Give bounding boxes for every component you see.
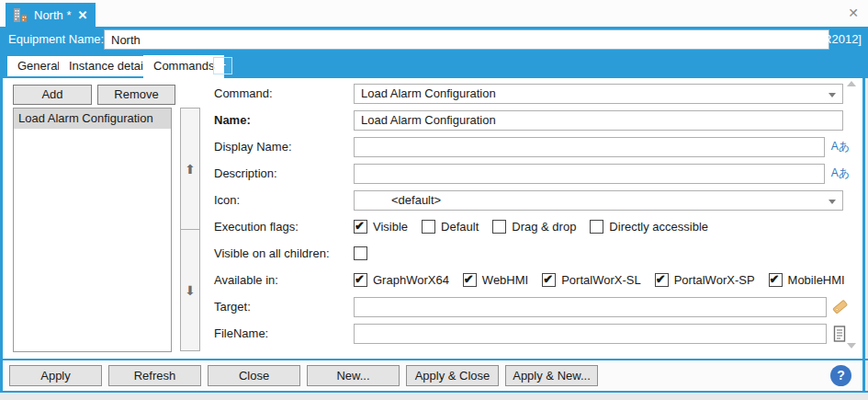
filename-label: FileName:: [214, 326, 354, 340]
check-icon: ✔: [543, 272, 553, 287]
command-form: Command: Load Alarm Configuration Name: …: [214, 80, 850, 347]
equipment-name-label: Equipment Name:: [8, 32, 104, 46]
portalworx-sp-checkbox[interactable]: ✔: [655, 273, 669, 287]
close-button[interactable]: Close: [208, 365, 300, 386]
move-down-button[interactable]: ⬇: [180, 229, 200, 351]
window-border-right: [862, 27, 865, 393]
window-close-icon[interactable]: ✕: [846, 6, 861, 20]
filename-row: FileName:: [214, 320, 850, 347]
directly-accessible-checkbox[interactable]: ✔: [590, 220, 603, 234]
command-combobox[interactable]: Load Alarm Configuration: [354, 84, 843, 104]
execution-flags-row: Execution flags: ✔ Visible ✔ Default ✔ D…: [214, 213, 850, 240]
visible-checkbox-label: Visible: [373, 220, 408, 234]
apply-new-button[interactable]: Apply & New...: [505, 365, 598, 386]
document-tab-bar: North * ✕ ✕: [0, 0, 868, 27]
visible-checkbox[interactable]: ✔: [354, 220, 367, 234]
description-label: Description:: [214, 166, 354, 180]
visible-on-all-children-label: Visible on all children:: [214, 246, 354, 260]
icon-combobox[interactable]: <default>: [354, 190, 843, 211]
webhmi-checkbox[interactable]: ✔: [463, 273, 477, 287]
display-name-row: Display Name: Aあ: [214, 133, 850, 160]
remove-button[interactable]: Remove: [97, 85, 175, 105]
check-icon: ✔: [355, 219, 365, 234]
check-icon: ✔: [464, 272, 474, 287]
localize-icon[interactable]: Aあ: [831, 166, 850, 181]
equipment-config-window: North * ✕ ✕ Equipment Name: [TECHW-SVR20…: [0, 0, 868, 400]
target-label: Target:: [214, 300, 354, 314]
down-arrow-icon: ⬇: [185, 283, 196, 298]
form-scroll-down-icon[interactable]: [847, 343, 856, 349]
move-up-button[interactable]: ⬆: [180, 108, 200, 230]
up-arrow-icon: ⬆: [185, 162, 196, 177]
name-label: Name:: [214, 113, 354, 127]
command-row: Command: Load Alarm Configuration: [214, 80, 850, 107]
portalworx-sl-checkbox[interactable]: ✔: [542, 273, 556, 287]
localize-icon[interactable]: Aあ: [831, 139, 850, 154]
directly-accessible-checkbox-label: Directly accessible: [609, 220, 708, 234]
footer-bar: Apply Refresh Close New... Apply & Close…: [3, 360, 862, 391]
tag-icon[interactable]: [832, 299, 848, 314]
window-border-bottom: [0, 391, 868, 393]
form-scroll-up-icon[interactable]: [847, 81, 856, 86]
execution-flags-label: Execution flags:: [214, 220, 354, 234]
drag-drop-checkbox[interactable]: ✔: [492, 220, 506, 234]
icon-value: <default>: [391, 193, 441, 207]
doc-tab-north[interactable]: North * ✕: [6, 3, 96, 27]
graphworx64-checkbox-label: GraphWorX64: [373, 273, 449, 287]
filename-input[interactable]: [354, 324, 827, 344]
tab-add[interactable]: +: [213, 57, 232, 74]
name-input[interactable]: [354, 110, 843, 131]
default-checkbox-label: Default: [441, 220, 479, 234]
new-button[interactable]: New...: [307, 365, 400, 386]
mobilehmi-checkbox-label: MobileHMI: [788, 273, 845, 287]
mobilehmi-checkbox[interactable]: ✔: [769, 273, 783, 287]
webhmi-checkbox-label: WebHMI: [482, 273, 528, 287]
icon-label: Icon:: [214, 193, 354, 207]
equipment-name-row: Equipment Name: [TECHW-SVR2012]: [0, 27, 868, 52]
command-label: Command:: [214, 86, 354, 100]
command-value: Load Alarm Configuration: [361, 86, 496, 100]
display-name-input[interactable]: [354, 137, 825, 157]
file-icon[interactable]: [832, 326, 847, 342]
refresh-button[interactable]: Refresh: [108, 365, 201, 386]
portalworx-sl-checkbox-label: PortalWorX-SL: [561, 273, 640, 287]
chevron-down-icon: [829, 93, 836, 97]
help-button[interactable]: ?: [830, 365, 851, 386]
check-icon: ✔: [656, 272, 666, 287]
doc-tab-title: North *: [34, 8, 71, 22]
icon-row: Icon: <default>: [214, 187, 850, 213]
display-name-label: Display Name:: [214, 140, 354, 154]
name-row: Name:: [214, 107, 850, 133]
apply-close-button[interactable]: Apply & Close: [406, 365, 499, 386]
description-row: Description: Aあ: [214, 160, 850, 187]
server-name-badge: [TECHW-SVR2012]: [756, 32, 862, 46]
description-input[interactable]: [354, 164, 825, 184]
visible-on-all-children-row: Visible on all children: ✔: [214, 240, 850, 267]
add-button[interactable]: Add: [13, 85, 92, 105]
list-item[interactable]: Load Alarm Configuration: [14, 109, 171, 129]
equipment-name-input[interactable]: [104, 29, 829, 50]
graphworx64-checkbox[interactable]: ✔: [354, 273, 367, 287]
commands-list[interactable]: Load Alarm Configuration: [13, 108, 172, 352]
target-row: Target:: [214, 293, 850, 320]
commands-tab-content: Add Remove Load Alarm Configuration ⬆ ⬇ …: [3, 78, 862, 359]
drag-drop-checkbox-label: Drag & drop: [512, 220, 576, 234]
doc-tab-close-icon[interactable]: ✕: [77, 9, 87, 21]
reorder-buttons: ⬆ ⬇: [180, 108, 200, 352]
equipment-icon: [14, 8, 28, 22]
check-icon: ✔: [355, 272, 365, 287]
available-in-row: Available in: ✔ GraphWorX64 ✔ WebHMI ✔ P…: [214, 267, 850, 293]
check-icon: ✔: [770, 272, 780, 287]
visible-on-all-children-checkbox[interactable]: ✔: [354, 246, 367, 260]
available-in-label: Available in:: [214, 273, 354, 287]
portalworx-sp-checkbox-label: PortalWorX-SP: [674, 273, 755, 287]
apply-button[interactable]: Apply: [9, 365, 102, 386]
chevron-down-icon: [829, 200, 836, 204]
target-input[interactable]: [354, 297, 827, 317]
default-checkbox[interactable]: ✔: [422, 220, 435, 234]
tab-strip: General Instance details Commands +: [0, 52, 868, 78]
